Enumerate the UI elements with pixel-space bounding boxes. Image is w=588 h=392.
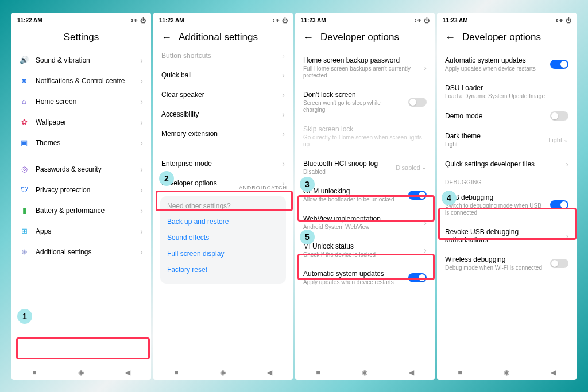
- step-badge-4: 4: [442, 191, 457, 205]
- step-badge-5: 5: [300, 230, 315, 244]
- chevron-right-icon: ›: [140, 185, 143, 195]
- nav-recents[interactable]: ■: [316, 368, 320, 377]
- settings-item-home[interactable]: ⌂Home screen›: [11, 91, 151, 112]
- back-arrow-icon[interactable]: ←: [161, 32, 172, 44]
- item-sub: Screen won't go to sleep while charging: [303, 100, 401, 114]
- status-time: 11:22 AM: [17, 17, 42, 24]
- nav-home[interactable]: ◉: [504, 368, 509, 377]
- nav-home[interactable]: ◉: [362, 368, 368, 377]
- nav-recents[interactable]: ■: [32, 368, 36, 377]
- item-auto-update[interactable]: Automatic system updatesApply updates wh…: [295, 264, 435, 292]
- item-dont-lock[interactable]: Don't lock screenScreen won't go to slee…: [295, 85, 435, 119]
- link-factory-reset[interactable]: Factory reset: [167, 262, 279, 278]
- item-mi-unlock[interactable]: Mi Unlock statusCheck if the device is l…: [295, 236, 435, 264]
- item-auto-update[interactable]: Automatic system updatesApply updates wh…: [437, 51, 577, 78]
- settings-item-privacy[interactable]: 🛡Privacy protection›: [11, 180, 151, 200]
- settings-item-themes[interactable]: ▣Themes›: [11, 133, 151, 153]
- link-sound-effects[interactable]: Sound effects: [167, 230, 279, 246]
- nav-recents[interactable]: ■: [174, 368, 178, 377]
- item-label: Themes: [36, 139, 133, 147]
- settings-item-wallpaper[interactable]: ✿Wallpaper›: [11, 112, 151, 133]
- item-oem-unlocking[interactable]: OEM unlockingAllow the bootloader to be …: [295, 181, 435, 209]
- toggle-switch[interactable]: [550, 111, 568, 121]
- item-sub: Allow the bootloader to be unlocked: [303, 196, 401, 203]
- status-bar: 11:22 AM ▯ ᯤ ⏻: [153, 13, 293, 26]
- settings-item-apps[interactable]: ⊞Apps›: [11, 221, 151, 242]
- item-clear-speaker[interactable]: Clear speaker›: [153, 85, 293, 104]
- chevron-right-icon: ›: [566, 160, 568, 169]
- item-enterprise[interactable]: Enterprise mode›: [153, 154, 293, 173]
- settings-item-additional[interactable]: ⊕Additional settings›: [11, 242, 151, 262]
- back-arrow-icon[interactable]: ←: [303, 32, 314, 44]
- toggle-switch[interactable]: [408, 191, 427, 200]
- chevron-right-icon: ›: [424, 63, 427, 72]
- nav-recents[interactable]: ■: [458, 368, 462, 377]
- item-hci-snoop[interactable]: Bluetooth HCI snoop logDisabledDisabled⌄: [295, 154, 435, 181]
- item-sub: Go directly to Home screen when screen l…: [303, 134, 427, 148]
- toggle-switch[interactable]: [408, 98, 427, 107]
- settings-item-sound[interactable]: 🔊Sound & vibration›: [11, 50, 151, 71]
- item-label: Skip screen lock: [303, 125, 427, 133]
- item-label: Automatic system updates: [303, 270, 401, 278]
- item-label: DSU Loader: [445, 84, 568, 92]
- battery-icon: ▮: [20, 206, 29, 215]
- nav-home[interactable]: ◉: [78, 368, 84, 377]
- settings-item-battery[interactable]: ▮Battery & performance›: [11, 200, 151, 221]
- item-memory[interactable]: Memory extension›: [153, 124, 293, 143]
- chevron-right-icon: ›: [140, 206, 143, 215]
- item-demo-mode[interactable]: Demo mode: [437, 106, 577, 126]
- item-label: Wallpaper: [36, 118, 133, 126]
- link-backup[interactable]: Back up and restore: [167, 214, 279, 230]
- item-label: Home screen: [36, 98, 133, 106]
- shield-icon: 🛡: [20, 185, 29, 195]
- item-dsu[interactable]: DSU LoaderLoad a Dynamic System Update I…: [437, 78, 577, 106]
- item-accessibility[interactable]: Accessibility›: [153, 104, 293, 124]
- item-sub: Apply updates when device restarts: [303, 279, 401, 286]
- item-label: Clear speaker: [161, 91, 275, 99]
- item-button-shortcuts[interactable]: Button shortcuts›: [153, 51, 293, 65]
- watermark: ANDROIDCATCH: [239, 185, 287, 191]
- item-label: Demo mode: [445, 112, 543, 120]
- page-title: Developer options: [320, 32, 399, 43]
- toggle-switch[interactable]: [550, 60, 568, 69]
- chevron-right-icon: ›: [282, 159, 285, 168]
- step-badge-3: 3: [300, 177, 315, 192]
- home-icon: ⌂: [20, 97, 29, 106]
- settings-item-notifications[interactable]: ◙Notifications & Control centre›: [11, 71, 151, 91]
- back-arrow-icon[interactable]: ←: [445, 32, 455, 44]
- item-label: Button shortcuts: [161, 52, 275, 60]
- additional-list: Button shortcuts› Quick ball› Clear spea…: [153, 51, 293, 363]
- toggle-switch[interactable]: [550, 200, 568, 209]
- status-bar: 11:22 AM ▯ ᯤ ⏻: [11, 13, 151, 26]
- item-home-backup[interactable]: Home screen backup passwordFull Home scr…: [295, 51, 435, 85]
- header: ← Developer options: [295, 26, 435, 51]
- nav-home[interactable]: ◉: [220, 368, 226, 377]
- item-usb-debugging[interactable]: USB debuggingSwitch to debugging mode wh…: [437, 188, 577, 222]
- nav-back[interactable]: ◀: [267, 368, 272, 377]
- apps-icon: ⊞: [20, 227, 29, 236]
- item-wireless-debugging[interactable]: Wireless debuggingDebug mode when Wi-Fi …: [437, 250, 577, 277]
- chevron-right-icon: ›: [282, 71, 285, 80]
- item-revoke-usb[interactable]: Revoke USB debugging authorisations›: [437, 222, 577, 250]
- header: ← Developer options: [437, 26, 577, 51]
- wallpaper-icon: ✿: [20, 118, 29, 127]
- item-label: Privacy protection: [36, 186, 133, 194]
- item-webview[interactable]: WebView implementationAndroid System Web…: [295, 209, 435, 236]
- page-title: Developer options: [462, 32, 541, 43]
- item-quickball[interactable]: Quick ball›: [153, 65, 293, 85]
- toggle-switch[interactable]: [408, 273, 427, 282]
- nav-back[interactable]: ◀: [409, 368, 414, 377]
- item-sub: Apply updates when device restarts: [445, 65, 543, 72]
- nav-back[interactable]: ◀: [551, 368, 556, 377]
- link-fullscreen[interactable]: Full screen display: [167, 246, 279, 262]
- nav-back[interactable]: ◀: [125, 368, 130, 377]
- item-quick-tiles[interactable]: Quick settings developer tiles›: [437, 154, 577, 174]
- globe-icon: ⊕: [20, 247, 29, 257]
- item-label: USB debugging: [445, 193, 543, 201]
- lock-icon: ◎: [20, 165, 29, 174]
- item-value: Disabled⌄: [396, 164, 427, 171]
- item-sub: Load a Dynamic System Update Image: [445, 93, 568, 100]
- settings-item-passwords[interactable]: ◎Passwords & security›: [11, 159, 151, 180]
- toggle-switch[interactable]: [550, 259, 568, 268]
- item-dark-theme[interactable]: Dark themeLightLight⌄: [437, 126, 577, 154]
